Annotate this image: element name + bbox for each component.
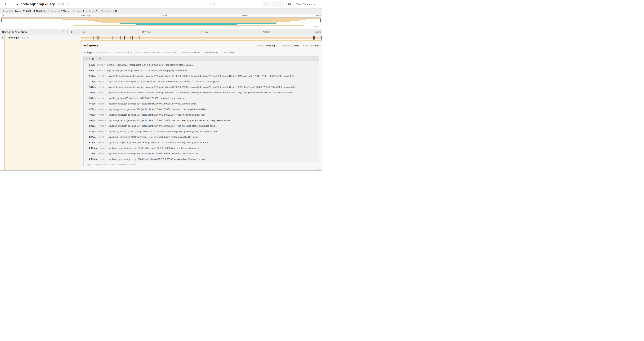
tag-key: _verbose: [115, 51, 125, 54]
log-row[interactable]: 678μs:event=‹sql/distsql_physical_planne…: [85, 140, 319, 145]
log-marker-tick[interactable]: [132, 36, 133, 40]
page-title: node sql1: sql query: [20, 2, 55, 6]
span-bar-cell[interactable]: [81, 35, 322, 40]
log-event-key: event: [98, 97, 104, 100]
find-group: [208, 1, 284, 7]
log-row[interactable]: 2.7ms:event=‹sql/conn_executor_exec.go:6…: [85, 151, 319, 156]
chevron-right-icon: [86, 70, 88, 71]
log-marker-tick[interactable]: [93, 36, 94, 40]
ruler-tick-label: 697.75μs: [81, 14, 90, 17]
log-row[interactable]: 495μs:event=‹sql/conn_executor_exec.go:6…: [85, 118, 319, 123]
trace-collapse-chevron-icon[interactable]: [16, 3, 19, 6]
log-event-value: ‹sql/plan_opt.go:358 [nsql1,client=127.0…: [106, 69, 186, 72]
log-event-value: ‹sql/conn_executor_exec.go:2046 [nsql1,c…: [109, 158, 208, 160]
tags-toggle-row[interactable]: Tags: _unfinished=1_verbose=1client=127.…: [84, 51, 319, 54]
tag-equals: =: [140, 52, 141, 54]
detail-left-column: [0, 40, 81, 170]
tag-equals: =: [126, 52, 127, 54]
tag-equals: =: [170, 52, 171, 54]
log-marker-tick[interactable]: [123, 36, 123, 40]
logs-list: 34μs:event=‹sql/exec_util.go:2297 [nsql1…: [84, 61, 319, 162]
back-button[interactable]: [0, 0, 12, 8]
log-time: 34μs:: [89, 64, 95, 66]
ruler-tick-label: 2.79ms: [314, 31, 321, 33]
span-expander-chevron-icon[interactable]: [1, 36, 3, 39]
log-time: 597μs:: [89, 136, 96, 138]
log-row[interactable]: 176μs:event=‹sql/catalog/descs/descripto…: [85, 79, 319, 84]
log-event-key: event: [98, 102, 104, 105]
log-row[interactable]: 459μs:event=‹sql/conn_executor_exec.go:6…: [85, 101, 319, 106]
log-row[interactable]: 366μs:event=‹sql/plan_opt.go:358 [nsql1,…: [85, 95, 319, 101]
collapse-one-button[interactable]: [62, 30, 66, 34]
row-gridline: [141, 35, 141, 40]
log-equals: =: [105, 114, 106, 116]
log-event-value: ‹sql/conn_executor_exec.go:684 [nsql1,cl…: [108, 114, 206, 116]
log-marker-tick[interactable]: [322, 36, 322, 40]
log-marker-tick[interactable]: [122, 36, 122, 40]
log-marker-tick[interactable]: [313, 36, 314, 40]
log-row[interactable]: 201μs:event=‹sql/catalog/lease/descripto…: [85, 90, 319, 95]
log-marker-tick[interactable]: [130, 36, 131, 40]
locate-icon: [264, 3, 267, 6]
log-equals: =: [105, 92, 106, 94]
chevron-right-icon: [86, 81, 88, 82]
log-equals: =: [105, 125, 106, 127]
tag-value: sql1: [172, 51, 176, 54]
span-row[interactable]: node sql1 sql query: [0, 35, 322, 40]
log-marker-tick[interactable]: [124, 36, 124, 40]
log-equals: =: [106, 147, 108, 149]
detail-highlight-area[interactable]: [5, 40, 81, 170]
log-marker-tick[interactable]: [314, 36, 314, 40]
row-gridline: [262, 35, 262, 40]
log-event-key: event: [98, 91, 104, 94]
span-detail-region: sql query Service: node sql1 Duration: 2…: [0, 40, 322, 170]
expand-all-button[interactable]: [74, 30, 78, 34]
log-row[interactable]: 502μs:event=‹sql/conn_executor_exec.go:6…: [85, 123, 319, 129]
horizontal-scrollbar[interactable]: [0, 170, 322, 171]
log-row[interactable]: 34μs:event=‹sql/exec_util.go:2297 [nsql1…: [85, 62, 319, 68]
locate-button[interactable]: [263, 2, 268, 7]
expand-one-button[interactable]: [66, 30, 70, 34]
log-marker-tick[interactable]: [96, 36, 96, 40]
collapse-all-button[interactable]: [70, 30, 74, 34]
log-marker-tick[interactable]: [84, 36, 84, 40]
log-marker-tick[interactable]: [120, 36, 121, 40]
log-row[interactable]: 486μs:event=‹sql/conn_executor_exec.go:6…: [85, 112, 319, 118]
prev-result-button[interactable]: [268, 2, 273, 7]
log-event-key: event: [98, 125, 104, 127]
log-marker-tick[interactable]: [124, 36, 125, 40]
find-input[interactable]: [208, 2, 262, 7]
log-marker-tick[interactable]: [140, 36, 140, 40]
detail-service: Service: node sql1: [256, 44, 277, 47]
chevron-down-icon: [63, 31, 66, 33]
log-row[interactable]: 189μs:event=‹sql/catalog/lease/descripto…: [85, 84, 319, 90]
keyboard-shortcuts-button[interactable]: ⌘: [286, 1, 292, 7]
log-row[interactable]: 476μs:event=‹sql/conn_executor_exec.go:6…: [85, 106, 319, 112]
log-row[interactable]: 2.79ms:event=‹sql/conn_executor_exec.go:…: [85, 156, 319, 162]
tag-item: client=127.0.0.1:59936: [132, 51, 159, 54]
log-row[interactable]: 80μs:event=‹sql/plan_opt.go:358 [nsql1,c…: [85, 68, 319, 73]
log-time: 476μs:: [89, 108, 96, 111]
minimap-canvas[interactable]: [1, 18, 321, 27]
meta-total-spans: Total Spans 10: [99, 10, 117, 13]
log-time: 2.69ms:: [89, 147, 98, 149]
tag-list: _unfinished=1_verbose=1client=127.0.0.1:…: [94, 51, 234, 54]
log-row[interactable]: 142μs:event=‹sql/catalog/lease/descripto…: [85, 73, 319, 79]
logs-toggle-header[interactable]: Logs (18): [84, 56, 319, 61]
log-marker-tick[interactable]: [88, 36, 88, 40]
ruler-tick-label: 0μs: [1, 14, 4, 17]
next-result-button[interactable]: [273, 2, 278, 7]
log-marker-tick[interactable]: [112, 36, 113, 40]
tag-value: root: [230, 51, 234, 54]
log-event-key: event: [98, 86, 104, 88]
column-resizer-grip[interactable]: ||: [78, 31, 79, 34]
view-selector-button[interactable]: Trace Timeline: [294, 1, 318, 7]
log-time: 678μs:: [89, 141, 96, 144]
log-marker-tick[interactable]: [98, 36, 98, 40]
log-row[interactable]: 597μs:event=‹sql/distsql_running.go:498 …: [85, 134, 319, 140]
log-row[interactable]: 574μs:event=‹sql/distsql_running.go:1420…: [85, 129, 319, 134]
log-marker-tick[interactable]: [97, 36, 98, 40]
log-row[interactable]: 2.69ms:event=‹sql/conn_executor_exec.go:…: [85, 145, 319, 151]
tag-key: user: [223, 51, 228, 54]
clear-search-button[interactable]: [278, 2, 283, 7]
